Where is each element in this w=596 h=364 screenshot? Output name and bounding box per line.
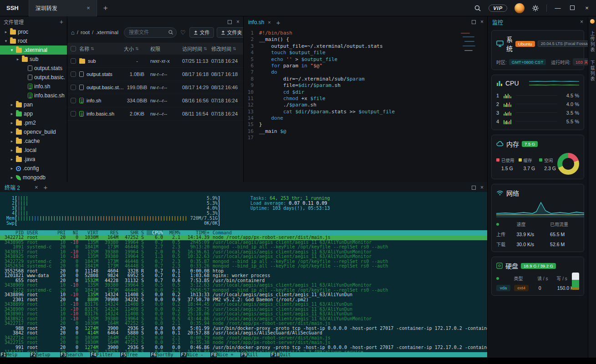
fkey-F9[interactable]: F9: [240, 352, 247, 357]
process-col-VIRT[interactable]: VIRT: [78, 230, 98, 235]
fkey-label-F2[interactable]: Setup: [36, 352, 60, 357]
breadcrumb-root[interactable]: root: [81, 30, 90, 35]
fkey-F8[interactable]: F8: [210, 352, 217, 357]
session-tab[interactable]: 深圳转发 ×: [29, 0, 97, 16]
gear-icon[interactable]: [532, 5, 539, 12]
side-tab-上传列表[interactable]: 上传列表: [589, 31, 596, 53]
chevron-right-icon[interactable]: ▸: [4, 30, 8, 34]
new-terminal-tab-button[interactable]: +: [44, 183, 48, 191]
process-col-RES[interactable]: RES: [98, 230, 118, 235]
tree-item-.cache[interactable]: ▸.cache: [0, 136, 67, 146]
file-row-output.stats[interactable]: output.stats1.0BiBrw-r--r--08/17 16:1808…: [67, 68, 243, 81]
fkey-F1[interactable]: F1: [0, 352, 6, 357]
file-row-sub[interactable]: sub-rwxr-xr-x07/25 11:1307/18 16:24: [67, 55, 243, 68]
chevron-down-icon[interactable]: ▾: [10, 48, 14, 52]
close-window-button[interactable]: ×: [583, 5, 591, 11]
close-panel-icon[interactable]: ×: [480, 19, 484, 25]
maximize-panel-icon[interactable]: [472, 20, 476, 24]
tree-item-proc[interactable]: ▸proc: [0, 27, 67, 36]
fkey-F3[interactable]: F3: [60, 352, 66, 357]
process-col-PRI[interactable]: PRI: [54, 230, 66, 235]
fkey-label-F6[interactable]: SortBy: [157, 352, 180, 357]
tree-item-mongodb[interactable]: ▸mongodb: [0, 173, 67, 182]
file-tree[interactable]: ▸proc▾root▾.xterminal▸suboutput.statsout…: [0, 27, 67, 182]
code-editor[interactable]: 1#!/bin/bash2__main() {3 output_file=~/.…: [244, 30, 487, 182]
upload-folder-button[interactable]: 文件夹: [217, 27, 244, 38]
new-session-button[interactable]: +: [103, 4, 108, 13]
search-icon[interactable]: [474, 5, 481, 12]
fkey-label-F8[interactable]: Nice +: [217, 352, 240, 357]
tree-item-opencv_build[interactable]: ▸opencv_build: [0, 127, 67, 136]
row-checkbox[interactable]: [71, 98, 76, 103]
avatar[interactable]: [514, 3, 525, 13]
fkey-F4[interactable]: F4: [90, 352, 97, 357]
close-panel-icon[interactable]: ×: [236, 19, 239, 25]
process-col-Command[interactable]: Command: [209, 230, 487, 235]
file-row-info.basic.sh[interactable]: info.basic.sh2.0KiBrw-r--r--08/11 16:540…: [67, 107, 243, 121]
sort-icon[interactable]: ⇅: [135, 46, 139, 51]
process-col-MEM%[interactable]: MEM%: [163, 230, 180, 235]
monitor-tab[interactable]: 监控: [492, 18, 503, 26]
fkey-label-F3[interactable]: Search: [66, 352, 90, 357]
chevron-right-icon[interactable]: ▸: [10, 111, 14, 116]
upload-file-button[interactable]: 文件: [189, 27, 214, 38]
fkey-label-F4[interactable]: Filter: [97, 352, 120, 357]
fkey-label-F1[interactable]: Help: [6, 352, 30, 357]
maximize-button[interactable]: [569, 5, 576, 11]
column-header-1[interactable]: 名称⇅: [79, 45, 124, 52]
terminal-screen[interactable]: 1[||||5.9%]2[||||5.3%]3[|||4.0%]4[||||5.…: [0, 192, 487, 358]
tree-item-output.basic.[interactable]: output.basic.: [0, 73, 67, 82]
tree-item-root[interactable]: ▾root: [0, 36, 67, 46]
close-tab-icon[interactable]: ×: [268, 20, 270, 25]
chevron-right-icon[interactable]: ▸: [10, 175, 14, 180]
tree-item-.pm2[interactable]: ▸.pm2: [0, 118, 67, 127]
process-col-TIME+[interactable]: TIME+: [180, 230, 209, 235]
terminal-tab[interactable]: 终端 2 ×: [5, 183, 38, 191]
chevron-right-icon[interactable]: ▸: [10, 130, 14, 134]
chevron-down-icon[interactable]: ▾: [4, 39, 8, 43]
fkey-F10[interactable]: F10: [270, 352, 280, 357]
sort-icon[interactable]: ⇅: [91, 46, 94, 51]
row-checkbox[interactable]: [71, 71, 76, 77]
fkey-label-F7[interactable]: Nice -: [187, 352, 210, 357]
fkey-label-F10[interactable]: Quit: [280, 352, 303, 357]
tree-item-.xterminal[interactable]: ▾.xterminal: [0, 46, 67, 55]
column-header-3[interactable]: 权限: [150, 45, 182, 52]
minimize-button[interactable]: —: [554, 5, 561, 11]
column-header-4[interactable]: 访问时间⇅: [182, 45, 211, 52]
fkey-label-F9[interactable]: Kill: [247, 352, 270, 357]
sort-icon[interactable]: ⇅: [204, 46, 207, 51]
fkey-label-F5[interactable]: Tree: [127, 352, 150, 357]
close-panel-icon[interactable]: ×: [580, 19, 583, 25]
fkey-F5[interactable]: F5: [120, 352, 127, 357]
tree-item-.config[interactable]: ▸.config: [0, 164, 67, 173]
process-col-NI[interactable]: NI: [66, 230, 78, 235]
tree-item-.java[interactable]: ▸.java: [0, 155, 67, 164]
close-session-tab-icon[interactable]: ×: [87, 5, 90, 11]
editor-tab-info-sh[interactable]: info.sh ×: [248, 19, 271, 25]
tree-item-info.sh[interactable]: info.sh: [0, 82, 67, 91]
chevron-right-icon[interactable]: ▸: [10, 148, 14, 152]
row-checkbox[interactable]: [71, 46, 76, 51]
search-icon[interactable]: [168, 30, 173, 35]
file-manager-tab[interactable]: 文件管理: [4, 18, 24, 25]
maximize-panel-icon[interactable]: [228, 20, 232, 24]
process-col-SHR[interactable]: SHR: [118, 230, 138, 235]
column-header-2[interactable]: 大小⇅: [124, 45, 150, 52]
tree-item-app[interactable]: ▸app: [0, 109, 67, 118]
sort-icon[interactable]: ⇅: [233, 46, 236, 51]
row-checkbox[interactable]: [71, 85, 76, 90]
home-icon[interactable]: ⌂: [71, 29, 75, 36]
add-connection-button[interactable]: +: [60, 18, 63, 25]
file-row-info.sh[interactable]: info.sh334.0BiBrw-r--r--08/16 16:5607/18…: [67, 94, 243, 107]
fkey-F7[interactable]: F7: [180, 352, 187, 357]
process-col-S[interactable]: S: [138, 230, 147, 235]
process-col-USER[interactable]: USER: [24, 230, 54, 235]
tree-item-pan[interactable]: ▸pan: [0, 100, 67, 109]
chevron-right-icon[interactable]: ▸: [10, 166, 14, 171]
breadcrumb-xterminal[interactable]: .xterminal: [96, 30, 118, 35]
new-editor-tab-button[interactable]: +: [276, 19, 280, 26]
close-tab-icon[interactable]: ×: [35, 184, 38, 191]
side-tab-下载列表[interactable]: 下载列表: [589, 60, 596, 82]
close-panel-icon[interactable]: ×: [480, 184, 484, 191]
